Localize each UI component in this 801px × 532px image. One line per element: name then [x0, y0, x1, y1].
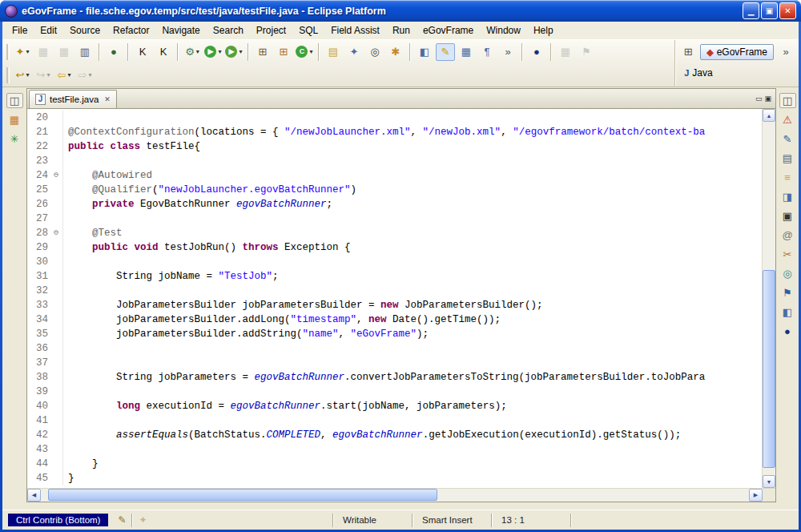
- fold-collapse-icon[interactable]: ⊖: [50, 226, 63, 240]
- menu-sql[interactable]: SQL: [292, 22, 324, 38]
- close-button[interactable]: ✕: [779, 2, 796, 19]
- perspective-overflow-button[interactable]: »: [776, 43, 795, 61]
- menu-source[interactable]: Source: [63, 22, 107, 38]
- horizontal-scrollbar-track[interactable]: [41, 489, 749, 502]
- minimize-button[interactable]: ▁: [743, 2, 759, 19]
- external-tools-button[interactable]: ▶▾: [224, 43, 244, 61]
- new-wizard-mini-icon[interactable]: ✦: [135, 514, 151, 526]
- external-tools-button-dropdown[interactable]: ▾: [239, 48, 242, 55]
- show-whitespace-button[interactable]: ¶: [477, 43, 497, 61]
- package-explorer-fastview-button[interactable]: ▦: [6, 112, 23, 127]
- scroll-left-button[interactable]: ◀: [27, 489, 41, 502]
- vertical-scrollbar-track[interactable]: [763, 122, 775, 475]
- debug-button-dropdown[interactable]: ▾: [196, 48, 199, 55]
- javadoc-view-button[interactable]: ◨: [779, 189, 796, 204]
- new-wizard-button-dropdown[interactable]: ▾: [26, 48, 29, 55]
- horizontal-scrollbar-thumb[interactable]: [48, 489, 437, 501]
- new-class-button[interactable]: C▾: [295, 43, 314, 61]
- toggle-mark-occurrences-button[interactable]: ✎: [436, 43, 455, 61]
- web-browser-button[interactable]: ●: [527, 43, 546, 61]
- tab-close-icon[interactable]: ✕: [104, 95, 111, 103]
- fold-collapse-icon[interactable]: ⊖: [50, 168, 63, 183]
- open-call-hierarchy-button[interactable]: ✦: [344, 43, 364, 61]
- vertical-scrollbar[interactable]: ▲ ▼: [762, 109, 775, 488]
- vertical-scrollbar-thumb[interactable]: [763, 270, 775, 468]
- menu-field-assist[interactable]: Field Assist: [324, 22, 386, 38]
- toolbar-grip: [6, 67, 10, 83]
- outline-view-button[interactable]: ≡: [779, 170, 796, 185]
- maximize-button[interactable]: ▣: [761, 2, 778, 19]
- code-text: }: [68, 457, 99, 471]
- menu-refactor[interactable]: Refactor: [107, 22, 155, 38]
- open-task-button[interactable]: ✱: [386, 43, 405, 61]
- print-button[interactable]: ▥: [75, 43, 95, 61]
- bookmarks-view-button[interactable]: ⚑: [779, 285, 796, 300]
- menu-window[interactable]: Window: [480, 22, 527, 38]
- tab-testfile-java[interactable]: J testFile.java ✕: [29, 90, 117, 108]
- scroll-right-button[interactable]: ▶: [749, 489, 763, 502]
- type-hierarchy-fastview-button[interactable]: ✳: [6, 131, 23, 147]
- tasks-view-button[interactable]: ✎: [779, 131, 796, 147]
- scroll-down-button[interactable]: ▼: [763, 475, 775, 488]
- browser-view-button[interactable]: ●: [779, 324, 796, 339]
- toggle-breadcrumb-button[interactable]: ◧: [415, 43, 434, 61]
- titlebar[interactable]: eGovFrame - file.sche.egov.temp/src/test…: [0, 0, 801, 22]
- snippets-view-button[interactable]: ✂: [779, 247, 796, 262]
- restore-views-button[interactable]: ◫: [779, 93, 796, 108]
- restore-panes-button[interactable]: ◫: [6, 93, 23, 108]
- horizontal-scrollbar[interactable]: ◀ ▶: [27, 488, 775, 502]
- previous-annotation-button-dropdown[interactable]: ▾: [26, 71, 29, 79]
- line-number: 35: [27, 327, 50, 341]
- open-type-button[interactable]: ▤: [324, 43, 343, 61]
- egov-runtime-button[interactable]: ●: [104, 43, 123, 61]
- egov-tool-button-1[interactable]: K: [133, 43, 152, 61]
- menu-egovframe[interactable]: eGovFrame: [417, 22, 480, 38]
- back-button-dropdown[interactable]: ▾: [67, 71, 70, 79]
- menu-file[interactable]: File: [6, 22, 34, 38]
- ctrl-contrib-field[interactable]: Ctrl Contrib (Bottom): [8, 514, 108, 526]
- toolbar-overflow-button[interactable]: »: [498, 43, 517, 61]
- menu-search[interactable]: Search: [207, 22, 250, 38]
- new-java-project-button[interactable]: ⊞: [253, 43, 272, 61]
- annotations-view-button[interactable]: @: [779, 228, 796, 243]
- menu-navigate[interactable]: Navigate: [155, 22, 206, 38]
- annotations-view-icon: @: [782, 229, 792, 242]
- perspective-egovframe[interactable]: ◆ eGovFrame: [700, 44, 774, 60]
- new-class-button-dropdown[interactable]: ▾: [309, 48, 312, 55]
- search-view-button[interactable]: ◎: [779, 266, 796, 281]
- scroll-up-button[interactable]: ▲: [763, 109, 775, 122]
- perspective-bar-row2: J Java: [678, 62, 796, 83]
- debug-button[interactable]: ⚙▾: [183, 43, 202, 61]
- search-button[interactable]: ◎: [365, 43, 384, 61]
- editor-maximize-button[interactable]: ▣: [764, 95, 771, 103]
- menu-help[interactable]: Help: [527, 22, 560, 38]
- run-button[interactable]: ▶▾: [203, 43, 223, 61]
- properties-view-button[interactable]: ▤: [779, 151, 796, 166]
- editor-minimize-button[interactable]: ▭: [755, 95, 763, 103]
- run-button-dropdown[interactable]: ▾: [218, 48, 221, 55]
- menu-edit[interactable]: Edit: [34, 22, 63, 38]
- toolbar-row-1: ✦▾▦▦▥●KK⚙▾▶▾▶▾⊞⊞C▾▤✦◎✱◧✎▦¶»●▦⚑: [2, 40, 674, 63]
- edit-pencil-icon[interactable]: ✎: [114, 514, 130, 526]
- code-line-27: 27: [27, 212, 762, 226]
- next-annotation-button-dropdown[interactable]: ▾: [46, 71, 50, 79]
- show-annotations-button[interactable]: ▦: [457, 43, 476, 61]
- perspective-bar-row1: ⊞ ◆ eGovFrame »: [678, 42, 796, 62]
- previous-annotation-button[interactable]: ↩▾: [13, 66, 32, 84]
- declaration-view-button[interactable]: ◧: [779, 304, 796, 320]
- egov-tool-button-2[interactable]: K: [154, 43, 173, 61]
- menu-project[interactable]: Project: [250, 22, 292, 38]
- save-all-icon: ▦: [59, 46, 69, 58]
- problems-view-button[interactable]: ⚠: [779, 112, 796, 127]
- line-number: 26: [27, 197, 50, 212]
- console-view-button[interactable]: ▣: [779, 208, 796, 224]
- perspective-java[interactable]: J Java: [678, 65, 718, 81]
- new-wizard-button[interactable]: ✦▾: [13, 43, 32, 61]
- back-button[interactable]: ⇦▾: [54, 66, 74, 84]
- open-perspective-button[interactable]: ⊞: [678, 43, 698, 61]
- code-text: @ContextConfiguration(locations = { "/ne…: [68, 125, 705, 139]
- code-editor[interactable]: 2021@ContextConfiguration(locations = { …: [27, 109, 762, 488]
- forward-button-dropdown[interactable]: ▾: [88, 71, 91, 79]
- new-package-button[interactable]: ⊞: [274, 43, 293, 61]
- menu-run[interactable]: Run: [386, 22, 417, 38]
